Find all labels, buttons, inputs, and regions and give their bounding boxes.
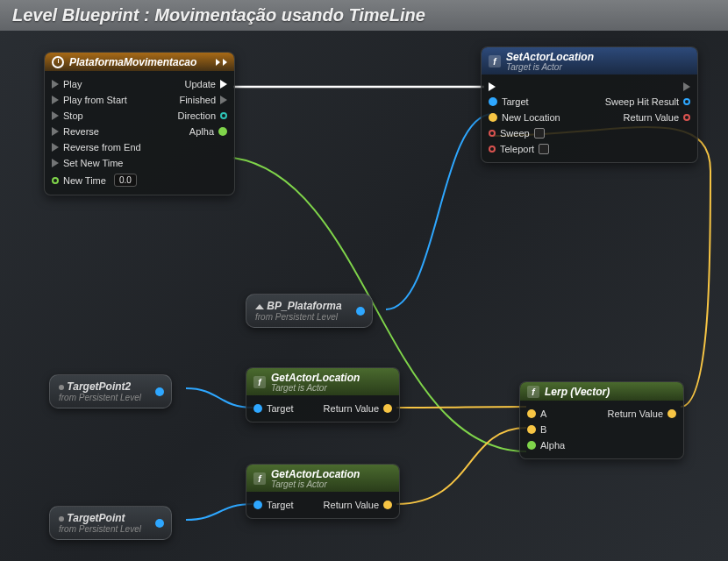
function-icon: f — [527, 386, 539, 398]
pin-set-new-time[interactable]: Set New Time — [52, 158, 123, 168]
set-actor-location-node[interactable]: f SetActorLocation Target is Actor Targe… — [481, 46, 698, 163]
pin-finished[interactable]: Finished — [179, 95, 227, 105]
pin-exec-out[interactable] — [683, 82, 690, 91]
bullet-icon — [59, 385, 64, 390]
node-title: GetActorLocation — [271, 468, 392, 480]
play-icon — [216, 59, 220, 66]
ref-name: BP_Plataforma — [267, 300, 341, 312]
pin-dot — [667, 409, 676, 418]
pin-return[interactable]: Return Value — [608, 408, 676, 419]
node-title: GetActorLocation — [271, 372, 392, 384]
node-title: SetActorLocation — [506, 51, 690, 63]
node-subtitle: Target is Actor — [506, 62, 690, 72]
pin-dot — [489, 146, 496, 153]
function-icon: f — [489, 55, 501, 67]
ref-output-pin[interactable] — [155, 519, 164, 528]
pin-a[interactable]: A — [527, 408, 546, 419]
pin-dot — [218, 127, 227, 136]
ref-targetpoint2[interactable]: TargetPoint2 from Persistent Level — [49, 374, 172, 408]
exec-icon — [52, 143, 59, 152]
pin-dot — [383, 501, 392, 509]
pin-target[interactable]: Target — [489, 96, 529, 107]
node-subtitle: Target is Actor — [271, 383, 392, 393]
exec-icon — [52, 111, 59, 120]
pin-dot — [527, 409, 536, 418]
pin-dot — [253, 404, 262, 413]
title-bar: Level Blueprint : Movimentação usando Ti… — [0, 0, 728, 31]
pin-dot — [527, 425, 536, 434]
node-header: f Lerp (Vector) — [520, 382, 683, 401]
pin-reverse-end[interactable]: Reverse from End — [52, 142, 141, 153]
exec-icon — [52, 80, 59, 89]
pin-reverse[interactable]: Reverse — [52, 126, 99, 137]
exec-icon — [52, 159, 59, 167]
exec-icon — [220, 80, 227, 89]
pin-dot — [489, 97, 497, 106]
pin-dot — [52, 177, 59, 184]
pin-update[interactable]: Update — [185, 79, 227, 89]
pin-direction[interactable]: Direction — [178, 110, 227, 121]
pin-dot — [220, 112, 227, 119]
title-text: Level Blueprint : Movimentação usando Ti… — [12, 5, 425, 25]
home-icon — [255, 304, 264, 309]
pin-dot — [489, 130, 496, 137]
play-icon — [223, 59, 227, 66]
exec-icon — [489, 82, 496, 91]
new-time-value[interactable]: 0.0 — [114, 174, 137, 187]
pin-target[interactable]: Target — [253, 500, 294, 510]
pin-play[interactable]: Play — [52, 79, 82, 89]
pin-stop[interactable]: Stop — [52, 110, 83, 121]
exec-icon — [52, 127, 59, 136]
ref-name: TargetPoint2 — [67, 380, 131, 393]
pin-dot — [489, 113, 497, 122]
node-header: f GetActorLocation Target is Actor — [246, 465, 399, 492]
exec-icon — [220, 96, 227, 104]
timeline-play-icons[interactable] — [216, 59, 227, 66]
ref-sub: from Persistent Level — [255, 312, 342, 322]
pin-dot — [253, 501, 262, 509]
lerp-node[interactable]: f Lerp (Vector) A Return Value B Alpha — [519, 381, 684, 459]
pin-play-from-start[interactable]: Play from Start — [52, 95, 127, 105]
clock-icon — [52, 56, 64, 68]
get-actor-location-node-2[interactable]: f GetActorLocation Target is Actor Targe… — [246, 464, 400, 519]
graph-canvas[interactable]: PlataformaMovimentacao Play Update Play … — [0, 31, 728, 560]
sweep-checkbox[interactable] — [534, 128, 545, 138]
pin-return[interactable]: Return Value — [624, 112, 690, 123]
pin-exec-in[interactable] — [489, 82, 496, 91]
ref-output-pin[interactable] — [155, 387, 164, 396]
pin-new-location[interactable]: New Location — [489, 112, 560, 123]
ref-sub: from Persistent Level — [59, 393, 141, 402]
pin-alpha-out[interactable]: Aplha — [189, 126, 227, 137]
ref-name: TargetPoint — [67, 512, 125, 524]
ref-output-pin[interactable] — [356, 307, 365, 316]
timeline-node[interactable]: PlataformaMovimentacao Play Update Play … — [44, 52, 235, 195]
function-icon: f — [253, 376, 266, 388]
node-title: Lerp (Vector) — [545, 386, 676, 398]
ref-bp-plataforma[interactable]: BP_Plataforma from Persistent Level — [246, 294, 373, 328]
node-header: f GetActorLocation Target is Actor — [246, 368, 399, 395]
node-subtitle: Target is Actor — [271, 479, 392, 489]
bullet-icon — [59, 516, 64, 522]
pin-b[interactable]: B — [527, 424, 546, 435]
pin-teleport[interactable]: Teleport — [489, 144, 549, 154]
exec-icon — [683, 82, 690, 91]
pin-alpha[interactable]: Alpha — [527, 440, 565, 451]
pin-target[interactable]: Target — [253, 403, 294, 414]
pin-new-time[interactable]: New Time 0.0 — [52, 174, 137, 187]
pin-sweep[interactable]: Sweep — [489, 128, 545, 138]
ref-targetpoint[interactable]: TargetPoint from Persistent Level — [49, 506, 172, 540]
timeline-header: PlataformaMovimentacao — [45, 53, 234, 71]
pin-return[interactable]: Return Value — [324, 500, 392, 510]
pin-sweep-hit[interactable]: Sweep Hit Result — [605, 96, 690, 107]
pin-dot — [683, 114, 690, 121]
get-actor-location-node-1[interactable]: f GetActorLocation Target is Actor Targe… — [246, 367, 400, 423]
exec-icon — [52, 96, 59, 104]
pin-dot — [527, 441, 536, 450]
ref-sub: from Persistent Level — [59, 524, 141, 534]
pin-dot — [683, 98, 690, 105]
pin-return[interactable]: Return Value — [324, 403, 392, 414]
function-icon: f — [253, 472, 266, 485]
teleport-checkbox[interactable] — [539, 144, 549, 154]
node-header: f SetActorLocation Target is Actor — [482, 47, 697, 75]
pin-dot — [383, 404, 392, 413]
